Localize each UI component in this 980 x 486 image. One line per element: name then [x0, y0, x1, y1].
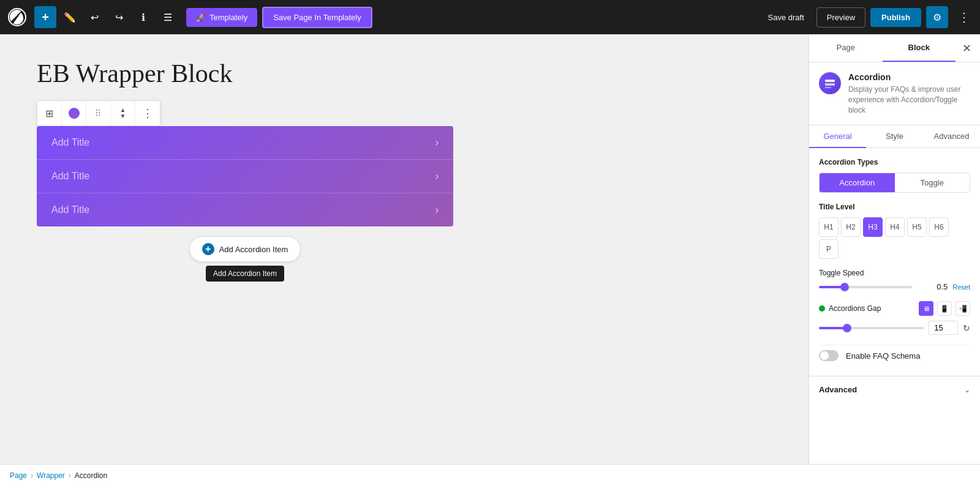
- toggle-speed-label: Toggle Speed: [819, 269, 864, 277]
- accordions-gap-label-row: Accordions Gap 🖥 📱 📲: [819, 301, 970, 316]
- block-info: Accordion Display your FAQs & improve us…: [809, 62, 980, 125]
- preview-button[interactable]: Preview: [816, 7, 865, 28]
- undo-button[interactable]: ↩: [83, 6, 105, 28]
- save-draft-button[interactable]: Save draft: [761, 8, 812, 27]
- panel-advanced-label: Advanced: [934, 132, 970, 141]
- advanced-header[interactable]: Advanced ⌄: [809, 376, 980, 403]
- accordions-gap-slider[interactable]: [819, 327, 924, 329]
- sidebar-close-button[interactable]: ✕: [956, 37, 978, 59]
- toggle-speed-value: 0.5: [917, 282, 948, 291]
- templately-button[interactable]: 🚀 Templately: [186, 8, 257, 27]
- list-view-button[interactable]: ☰: [157, 6, 179, 28]
- add-accordion-container: + Add Accordion Item Add Accordion Item: [37, 236, 453, 282]
- title-level-p[interactable]: P: [819, 239, 839, 259]
- accordion-title-1: Add Title: [51, 137, 89, 148]
- publish-button[interactable]: Publish: [870, 8, 921, 27]
- main-layout: EB Wrapper Block ⊞ ⠿ ▲▼ ⋮ Add Title ›: [0, 34, 980, 464]
- close-icon: ✕: [962, 42, 971, 55]
- accordion-item-3[interactable]: Add Title ›: [37, 193, 453, 226]
- toggle-speed-reset[interactable]: Reset: [952, 283, 970, 291]
- publish-label: Publish: [881, 13, 910, 22]
- gap-icon-mobile[interactable]: 📲: [956, 301, 970, 316]
- faq-schema-label: Enable FAQ Schema: [846, 351, 920, 361]
- save-draft-label: Save draft: [768, 13, 804, 22]
- tab-page-label: Page: [837, 43, 855, 52]
- block-toolbar: ⊞ ⠿ ▲▼ ⋮: [37, 100, 160, 126]
- breadcrumb-wrapper[interactable]: Wrapper: [37, 471, 65, 480]
- title-level-label: Title Level: [819, 203, 970, 211]
- more-options-button[interactable]: ⋮: [953, 6, 975, 28]
- toggle-speed-section: Toggle Speed 0.5 Reset: [819, 269, 970, 291]
- panel-tab-general[interactable]: General: [809, 125, 866, 148]
- drag-icon: ⠿: [95, 108, 102, 118]
- move-up-down[interactable]: ▲▼: [111, 101, 135, 125]
- gap-icon-desktop[interactable]: 🖥: [919, 301, 933, 316]
- gap-icon-tablet[interactable]: 📱: [937, 301, 952, 316]
- plus-circle-icon: +: [202, 243, 214, 255]
- redo-button[interactable]: ↪: [108, 6, 130, 28]
- accordion-type-accordion[interactable]: Accordion: [820, 173, 895, 192]
- chevron-up-down-icon: ▲▼: [120, 107, 126, 119]
- title-level-h3[interactable]: H3: [863, 217, 883, 237]
- wp-logo[interactable]: [5, 5, 29, 29]
- pencil-icon: ✏️: [64, 12, 76, 23]
- save-templately-button[interactable]: Save Page In Templately: [262, 7, 372, 28]
- accordion-arrow-3: ›: [435, 204, 439, 215]
- breadcrumb-page[interactable]: Page: [10, 471, 27, 480]
- panel-content: Accordion Types Accordion Toggle Title L…: [809, 148, 980, 376]
- settings-button[interactable]: ⚙: [926, 6, 948, 28]
- list-icon: ☰: [164, 12, 172, 23]
- accordion-type-toggle-btn[interactable]: Toggle: [895, 173, 970, 192]
- accordion-item-1[interactable]: Add Title ›: [37, 126, 453, 160]
- title-level-h6[interactable]: H6: [929, 217, 949, 237]
- faq-schema-toggle[interactable]: [819, 350, 839, 361]
- drag-handle[interactable]: ⠿: [86, 101, 111, 125]
- circle-icon: [69, 108, 80, 119]
- edit-tool-button[interactable]: ✏️: [59, 6, 81, 28]
- block-icon: [819, 72, 841, 94]
- title-level-h4[interactable]: H4: [885, 217, 905, 237]
- accordions-gap-reset[interactable]: ↻: [963, 323, 970, 333]
- accordions-gap-slider-row: ↻: [819, 321, 970, 335]
- accordion-title-3: Add Title: [51, 204, 89, 215]
- block-description: Display your FAQs & improve user experie…: [848, 84, 970, 115]
- title-level-h2[interactable]: H2: [841, 217, 861, 237]
- accordion-item-2[interactable]: Add Title ›: [37, 160, 453, 193]
- panel-general-label: General: [823, 132, 851, 141]
- tab-page[interactable]: Page: [809, 34, 883, 62]
- faq-schema-row: Enable FAQ Schema: [819, 345, 970, 366]
- toggle-speed-slider[interactable]: [819, 286, 912, 288]
- tab-block[interactable]: Block: [883, 34, 956, 62]
- title-level-h5[interactable]: H5: [907, 217, 927, 237]
- add-accordion-button[interactable]: + Add Accordion Item: [189, 236, 301, 262]
- undo-icon: ↩: [91, 12, 99, 23]
- sidebar-header: Page Block ✕: [809, 34, 980, 62]
- accordions-gap-value-input[interactable]: [929, 321, 958, 335]
- templately-label: Templately: [209, 13, 247, 22]
- accordion-types-label: Accordion Types: [819, 158, 970, 166]
- accordion-types-section: Accordion Types Accordion Toggle: [819, 158, 970, 193]
- block-circle-icon[interactable]: [62, 101, 86, 125]
- info-icon: ℹ: [141, 12, 145, 23]
- advanced-section: Advanced ⌄: [809, 376, 980, 403]
- title-level-h1[interactable]: H1: [819, 217, 839, 237]
- block-options[interactable]: ⋮: [135, 101, 160, 125]
- add-block-button[interactable]: +: [34, 6, 56, 28]
- toggle-option-label: Toggle: [921, 178, 944, 187]
- toolbar-right: Save draft Preview Publish ⚙ ⋮: [761, 6, 975, 28]
- accordions-gap-label: Accordions Gap: [829, 304, 915, 313]
- advanced-chevron-icon: ⌄: [964, 386, 970, 394]
- add-accordion-label: Add Accordion Item: [219, 245, 288, 254]
- toggle-speed-label-row: Toggle Speed: [819, 269, 970, 277]
- gear-icon: ⚙: [933, 12, 941, 23]
- info-button[interactable]: ℹ: [132, 6, 154, 28]
- accordion-arrow-2: ›: [435, 171, 439, 182]
- add-accordion-tooltip: Add Accordion Item: [206, 266, 284, 282]
- save-templately-label: Save Page In Templately: [273, 13, 361, 22]
- accordion-arrow-1: ›: [435, 137, 439, 148]
- panel-tab-style[interactable]: Style: [866, 125, 923, 148]
- panel-style-label: Style: [886, 132, 903, 141]
- block-type-icon[interactable]: ⊞: [37, 101, 62, 125]
- panel-tab-advanced[interactable]: Advanced: [923, 125, 980, 148]
- title-level-section: Title Level H1 H2 H3 H4 H5 H6 P: [819, 203, 970, 259]
